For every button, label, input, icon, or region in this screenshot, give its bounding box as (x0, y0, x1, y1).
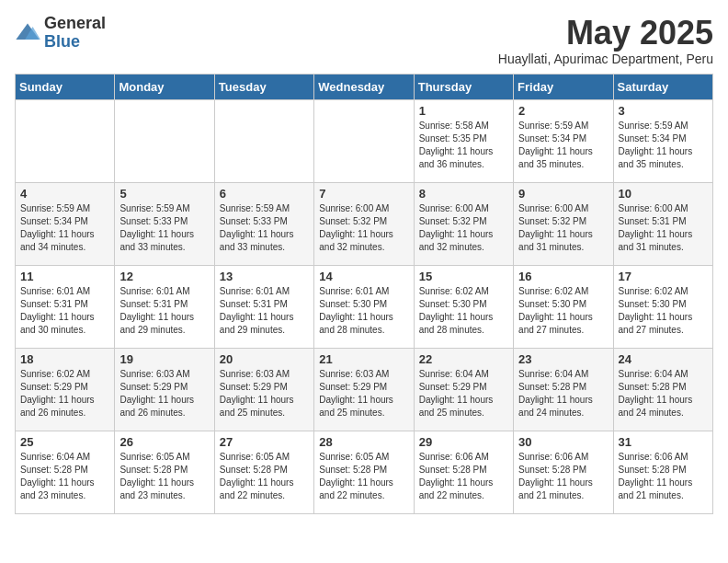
day-number: 22 (419, 352, 508, 366)
day-number: 27 (220, 435, 309, 449)
calendar-cell: 4Sunrise: 5:59 AMSunset: 5:34 PMDaylight… (16, 182, 115, 265)
logo-blue: Blue (44, 33, 106, 52)
day-info: Sunrise: 6:03 AMSunset: 5:29 PMDaylight:… (119, 368, 209, 419)
location-subtitle: Huayllati, Apurimac Department, Peru (498, 52, 713, 66)
day-info: Sunrise: 6:04 AMSunset: 5:29 PMDaylight:… (419, 368, 508, 419)
day-number: 19 (119, 352, 209, 366)
day-info: Sunrise: 6:04 AMSunset: 5:28 PMDaylight:… (518, 368, 608, 419)
day-info: Sunrise: 6:05 AMSunset: 5:28 PMDaylight:… (119, 451, 209, 502)
day-number: 18 (20, 352, 109, 366)
day-number: 25 (20, 435, 109, 449)
calendar-cell: 22Sunrise: 6:04 AMSunset: 5:29 PMDayligh… (414, 348, 513, 431)
day-number: 7 (319, 187, 408, 201)
calendar-cell: 11Sunrise: 6:01 AMSunset: 5:31 PMDayligh… (16, 265, 115, 348)
day-number: 2 (518, 104, 608, 118)
header-row: SundayMondayTuesdayWednesdayThursdayFrid… (16, 74, 713, 99)
calendar-cell: 31Sunrise: 6:06 AMSunset: 5:28 PMDayligh… (613, 431, 712, 513)
day-info: Sunrise: 6:04 AMSunset: 5:28 PMDaylight:… (619, 368, 708, 419)
day-info: Sunrise: 6:06 AMSunset: 5:28 PMDaylight:… (518, 451, 608, 502)
calendar-cell: 7Sunrise: 6:00 AMSunset: 5:32 PMDaylight… (314, 182, 414, 265)
day-number: 28 (319, 435, 408, 449)
logo-general: General (44, 15, 106, 33)
day-info: Sunrise: 5:59 AMSunset: 5:34 PMDaylight:… (619, 120, 708, 171)
calendar-cell: 13Sunrise: 6:01 AMSunset: 5:31 PMDayligh… (214, 265, 313, 348)
calendar-cell: 25Sunrise: 6:04 AMSunset: 5:28 PMDayligh… (16, 431, 115, 513)
day-info: Sunrise: 6:01 AMSunset: 5:31 PMDaylight:… (119, 285, 209, 337)
day-info: Sunrise: 6:06 AMSunset: 5:28 PMDaylight:… (619, 451, 708, 502)
day-info: Sunrise: 6:00 AMSunset: 5:31 PMDaylight:… (619, 202, 708, 254)
day-number: 26 (119, 435, 209, 449)
day-number: 15 (419, 270, 508, 283)
logo-icon (15, 20, 40, 46)
day-number: 4 (20, 187, 109, 201)
day-info: Sunrise: 6:01 AMSunset: 5:31 PMDaylight:… (220, 285, 309, 337)
calendar-cell: 30Sunrise: 6:06 AMSunset: 5:28 PMDayligh… (514, 431, 613, 513)
day-info: Sunrise: 6:02 AMSunset: 5:29 PMDaylight:… (20, 368, 109, 419)
calendar-cell: 29Sunrise: 6:06 AMSunset: 5:28 PMDayligh… (414, 431, 513, 513)
calendar-week-4: 18Sunrise: 6:02 AMSunset: 5:29 PMDayligh… (16, 348, 713, 431)
day-info: Sunrise: 6:01 AMSunset: 5:31 PMDaylight:… (20, 285, 109, 337)
calendar-cell: 27Sunrise: 6:05 AMSunset: 5:28 PMDayligh… (214, 431, 313, 513)
calendar-cell: 17Sunrise: 6:02 AMSunset: 5:30 PMDayligh… (613, 265, 712, 348)
day-info: Sunrise: 6:02 AMSunset: 5:30 PMDaylight:… (619, 285, 708, 337)
col-header-thursday: Thursday (414, 74, 513, 99)
day-number: 30 (518, 435, 608, 449)
col-header-wednesday: Wednesday (314, 74, 414, 99)
calendar-cell: 1Sunrise: 5:58 AMSunset: 5:35 PMDaylight… (414, 99, 513, 182)
day-number: 17 (619, 270, 708, 283)
calendar-table: SundayMondayTuesdayWednesdayThursdayFrid… (15, 74, 713, 514)
calendar-cell: 23Sunrise: 6:04 AMSunset: 5:28 PMDayligh… (514, 348, 613, 431)
calendar-cell: 8Sunrise: 6:00 AMSunset: 5:32 PMDaylight… (414, 182, 513, 265)
calendar-week-1: 1Sunrise: 5:58 AMSunset: 5:35 PMDaylight… (16, 99, 713, 182)
day-info: Sunrise: 6:02 AMSunset: 5:30 PMDaylight:… (419, 285, 508, 337)
day-info: Sunrise: 6:05 AMSunset: 5:28 PMDaylight:… (220, 451, 309, 502)
calendar-cell: 28Sunrise: 6:05 AMSunset: 5:28 PMDayligh… (314, 431, 414, 513)
day-info: Sunrise: 6:00 AMSunset: 5:32 PMDaylight:… (518, 202, 608, 254)
col-header-monday: Monday (115, 74, 214, 99)
col-header-sunday: Sunday (16, 74, 115, 99)
day-info: Sunrise: 5:59 AMSunset: 5:33 PMDaylight:… (119, 202, 209, 254)
calendar-cell: 2Sunrise: 5:59 AMSunset: 5:34 PMDaylight… (514, 99, 613, 182)
calendar-cell: 10Sunrise: 6:00 AMSunset: 5:31 PMDayligh… (613, 182, 712, 265)
calendar-cell: 5Sunrise: 5:59 AMSunset: 5:33 PMDaylight… (115, 182, 214, 265)
day-number: 31 (619, 435, 708, 449)
day-number: 5 (119, 187, 209, 201)
day-number: 20 (220, 352, 309, 366)
day-info: Sunrise: 5:59 AMSunset: 5:34 PMDaylight:… (20, 202, 109, 254)
day-number: 29 (419, 435, 508, 449)
day-number: 23 (518, 352, 608, 366)
calendar-cell (115, 99, 214, 182)
calendar-cell: 16Sunrise: 6:02 AMSunset: 5:30 PMDayligh… (514, 265, 613, 348)
day-number: 8 (419, 187, 508, 201)
day-number: 3 (619, 104, 708, 118)
calendar-cell: 19Sunrise: 6:03 AMSunset: 5:29 PMDayligh… (115, 348, 214, 431)
calendar-week-5: 25Sunrise: 6:04 AMSunset: 5:28 PMDayligh… (16, 431, 713, 513)
calendar-cell: 18Sunrise: 6:02 AMSunset: 5:29 PMDayligh… (16, 348, 115, 431)
calendar-cell: 12Sunrise: 6:01 AMSunset: 5:31 PMDayligh… (115, 265, 214, 348)
calendar-cell: 24Sunrise: 6:04 AMSunset: 5:28 PMDayligh… (613, 348, 712, 431)
day-info: Sunrise: 5:59 AMSunset: 5:34 PMDaylight:… (518, 120, 608, 171)
day-number: 16 (518, 270, 608, 283)
day-info: Sunrise: 5:59 AMSunset: 5:33 PMDaylight:… (220, 202, 309, 254)
day-number: 24 (619, 352, 708, 366)
calendar-cell (314, 99, 414, 182)
day-number: 21 (319, 352, 408, 366)
day-info: Sunrise: 6:05 AMSunset: 5:28 PMDaylight:… (319, 451, 408, 502)
day-info: Sunrise: 6:03 AMSunset: 5:29 PMDaylight:… (319, 368, 408, 419)
day-info: Sunrise: 6:00 AMSunset: 5:32 PMDaylight:… (419, 202, 508, 254)
day-info: Sunrise: 6:03 AMSunset: 5:29 PMDaylight:… (220, 368, 309, 419)
day-number: 6 (220, 187, 309, 201)
calendar-cell: 9Sunrise: 6:00 AMSunset: 5:32 PMDaylight… (514, 182, 613, 265)
day-number: 1 (419, 104, 508, 118)
calendar-cell (214, 99, 313, 182)
calendar-cell: 26Sunrise: 6:05 AMSunset: 5:28 PMDayligh… (115, 431, 214, 513)
page-header: General Blue May 2025 Huayllati, Apurima… (15, 15, 713, 66)
day-number: 13 (220, 270, 309, 283)
day-number: 14 (319, 270, 408, 283)
day-number: 11 (20, 270, 109, 283)
title-block: May 2025 Huayllati, Apurimac Department,… (498, 15, 713, 66)
calendar-week-3: 11Sunrise: 6:01 AMSunset: 5:31 PMDayligh… (16, 265, 713, 348)
day-info: Sunrise: 6:06 AMSunset: 5:28 PMDaylight:… (419, 451, 508, 502)
col-header-saturday: Saturday (613, 74, 712, 99)
calendar-cell (16, 99, 115, 182)
